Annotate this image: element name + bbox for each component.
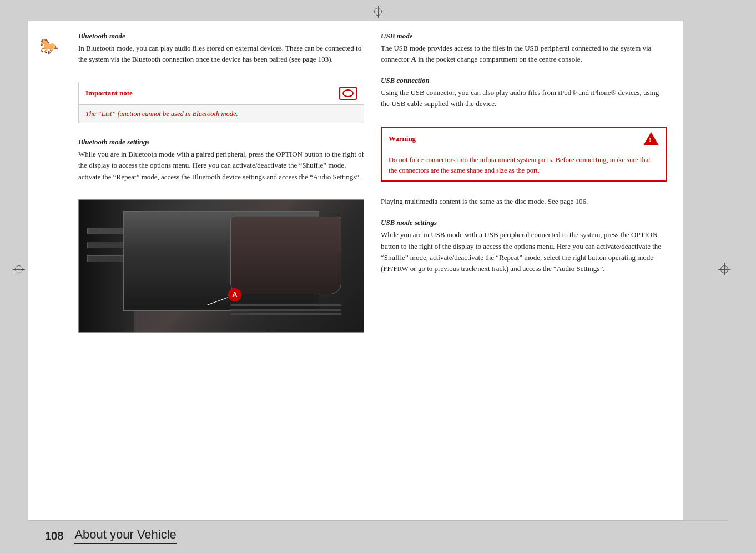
bluetooth-settings-body: While you are in Bluetooth mode with a p… xyxy=(78,149,364,182)
usb-mode-title: USB mode xyxy=(381,32,667,41)
playing-info-section: Playing multimedia content is the same a… xyxy=(381,196,667,207)
right-margin xyxy=(683,21,728,520)
usb-settings-section: USB mode settings While you are in USB m… xyxy=(381,218,667,274)
usb-mode-section: USB mode The USB mode provides access to… xyxy=(381,32,667,65)
ferrari-logo-icon: 🐎 xyxy=(39,37,59,56)
left-margin: 🐎 xyxy=(28,21,73,520)
page-content: 🐎 Bluetooth mode In Bluetooth mode, you … xyxy=(28,21,728,520)
important-note-text: The “List” function cannot be used in Bl… xyxy=(85,110,238,118)
page-footer: 108 About your Vehicle xyxy=(28,520,728,551)
usb-settings-title: USB mode settings xyxy=(381,218,667,227)
right-column: USB mode The USB mode provides access to… xyxy=(381,32,667,509)
bluetooth-mode-title: Bluetooth mode xyxy=(78,32,364,41)
console-pocket xyxy=(230,217,341,294)
crosshair-bottom-area xyxy=(0,551,756,553)
warning-triangle-icon xyxy=(643,132,659,145)
warning-body: Do not force connectors into the infotai… xyxy=(382,150,666,181)
crosshair-top-area xyxy=(0,0,756,21)
warning-title: Warning xyxy=(389,134,416,143)
left-column: Bluetooth mode In Bluetooth mode, you ca… xyxy=(78,32,364,509)
usb-connection-body: Using the USB connector, you can also pl… xyxy=(381,87,667,109)
usb-settings-body: While you are in USB mode with a USB per… xyxy=(381,229,667,274)
page-number: 108 xyxy=(45,530,63,542)
console-slot-1 xyxy=(87,228,126,234)
crosshair-right-icon xyxy=(718,263,730,278)
usb-connection-title: USB connection xyxy=(381,76,667,85)
usb-connection-section: USB connection Using the USB connector, … xyxy=(381,76,667,109)
warning-box: Warning Do not force connectors into the… xyxy=(381,127,667,182)
car-interior-image: A xyxy=(78,199,364,333)
usb-mode-body: The USB mode provides access to the file… xyxy=(381,43,667,65)
connector-a-label: A xyxy=(411,55,416,63)
console-slot-3 xyxy=(87,255,126,262)
console-vent xyxy=(230,304,341,326)
console-slot-2 xyxy=(87,242,126,248)
important-note-title: Important note xyxy=(85,89,133,98)
bluetooth-settings-title: Bluetooth mode settings xyxy=(78,138,364,147)
important-note-body: The “List” function cannot be used in Bl… xyxy=(79,105,364,123)
warning-header: Warning xyxy=(382,128,666,150)
page-wrapper: 🐎 Bluetooth mode In Bluetooth mode, you … xyxy=(0,0,756,553)
label-a-marker: A xyxy=(228,288,241,301)
note-icon xyxy=(339,87,357,100)
footer-title: About your Vehicle xyxy=(74,527,176,544)
important-note-header: Important note xyxy=(79,82,364,105)
car-image-background: A xyxy=(79,200,364,332)
bluetooth-settings-section: Bluetooth mode settings While you are in… xyxy=(78,138,364,182)
warning-text: Do not force connectors into the infotai… xyxy=(389,156,651,174)
crosshair-left-icon xyxy=(13,263,25,278)
bluetooth-mode-section: Bluetooth mode In Bluetooth mode, you ca… xyxy=(78,32,364,65)
bluetooth-mode-body: In Bluetooth mode, you can play audio fi… xyxy=(78,43,364,65)
important-note-box: Important note The “List” function canno… xyxy=(78,82,364,123)
crosshair-top-icon xyxy=(372,6,384,18)
content-area: Bluetooth mode In Bluetooth mode, you ca… xyxy=(73,21,683,520)
playing-info-body: Playing multimedia content is the same a… xyxy=(381,196,667,207)
